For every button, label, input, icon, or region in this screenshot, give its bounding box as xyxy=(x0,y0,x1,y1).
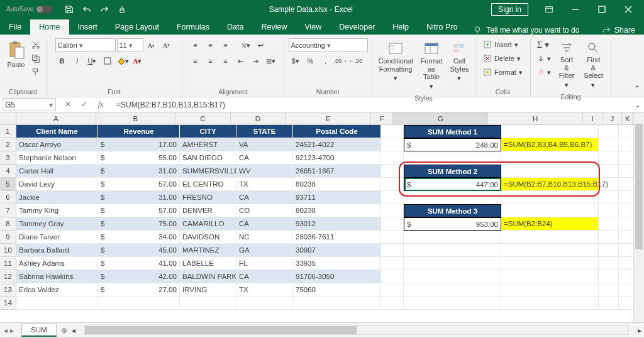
cell[interactable] xyxy=(599,217,619,231)
cell[interactable] xyxy=(381,257,404,270)
row-header[interactable]: 6 xyxy=(0,191,16,204)
cell[interactable] xyxy=(501,151,599,165)
tab-help[interactable]: Help xyxy=(384,19,418,35)
find-select-button[interactable]: Find & Select▾ xyxy=(580,38,607,92)
italic-button[interactable]: I xyxy=(70,54,84,68)
tab-data[interactable]: Data xyxy=(218,19,252,35)
minimize-icon[interactable] xyxy=(562,0,589,18)
cell[interactable] xyxy=(381,204,404,217)
cell[interactable]: WV xyxy=(236,165,293,178)
shrink-font-icon[interactable]: A▾ xyxy=(160,38,174,52)
cell[interactable]: Diane Tarver xyxy=(16,231,98,244)
spreadsheet-grid[interactable]: ABCDEFGHIJK 1234567891011121314 Client N… xyxy=(0,112,644,322)
redo-icon[interactable] xyxy=(96,0,113,18)
cell[interactable]: BALDWIN PARK xyxy=(180,270,236,283)
cell[interactable] xyxy=(381,125,404,138)
cell[interactable]: DENVER xyxy=(180,204,236,217)
signin-button[interactable]: Sign in xyxy=(491,3,528,16)
cell[interactable]: Ashley Adams xyxy=(16,257,98,270)
comma-format-icon[interactable]: , xyxy=(319,54,333,68)
column-header[interactable]: I xyxy=(583,112,602,125)
maximize-icon[interactable] xyxy=(589,0,615,18)
cell[interactable] xyxy=(501,165,599,178)
column-header[interactable]: F xyxy=(371,112,393,125)
cell[interactable]: SUM Method 3 xyxy=(404,204,501,217)
cell[interactable]: SUM Method 2 xyxy=(404,165,501,178)
cell[interactable]: DAVIDSON xyxy=(180,231,236,244)
cell[interactable]: David Levy xyxy=(16,178,98,191)
cell[interactable] xyxy=(501,297,599,310)
cell[interactable]: CA xyxy=(236,191,293,204)
cell[interactable] xyxy=(501,283,599,297)
cell[interactable] xyxy=(599,257,619,270)
cell[interactable] xyxy=(404,191,501,204)
column-header[interactable]: E xyxy=(286,112,371,125)
tab-nitro-pro[interactable]: Nitro Pro xyxy=(418,19,466,35)
cell[interactable]: $27.00 xyxy=(98,283,180,297)
font-size-combo[interactable]: 11▾ xyxy=(117,38,143,52)
row-header[interactable]: 2 xyxy=(0,138,16,151)
cell[interactable] xyxy=(381,217,404,231)
tab-developer[interactable]: Developer xyxy=(330,19,384,35)
cell[interactable] xyxy=(381,283,404,297)
cell[interactable]: Carter Hall xyxy=(16,165,98,178)
align-top-icon[interactable]: ≡ xyxy=(189,38,203,52)
cell[interactable] xyxy=(404,151,501,165)
align-middle-icon[interactable]: ≡ xyxy=(204,38,218,52)
cut-icon[interactable] xyxy=(29,38,43,51)
cell[interactable] xyxy=(599,151,619,165)
cell[interactable]: Sabrina Hawkins xyxy=(16,270,98,283)
cell[interactable]: NC xyxy=(236,231,293,244)
wrap-text-icon[interactable]: ↩ xyxy=(254,38,268,52)
number-format-combo[interactable]: Accounting▾ xyxy=(289,38,368,52)
column-header[interactable]: H xyxy=(488,112,583,125)
cell[interactable]: Jackie xyxy=(16,191,98,204)
name-box[interactable]: G5▾ xyxy=(2,98,56,111)
row-header[interactable]: 4 xyxy=(0,165,16,178)
cell[interactable] xyxy=(381,165,404,178)
paste-button[interactable]: Paste xyxy=(3,38,28,79)
cell[interactable] xyxy=(501,257,599,270)
cell[interactable]: CITY xyxy=(180,125,236,138)
enter-formula-icon[interactable]: ✓ xyxy=(76,100,92,109)
cell[interactable]: $57.00 xyxy=(98,178,180,191)
select-all-corner[interactable] xyxy=(0,112,16,125)
cell[interactable]: $31.00 xyxy=(98,165,180,178)
tab-file[interactable]: File xyxy=(0,19,30,35)
cell[interactable]: CO xyxy=(236,204,293,217)
cell[interactable]: FRESNO xyxy=(180,191,236,204)
cell[interactable] xyxy=(180,297,236,310)
cell[interactable]: $42.00 xyxy=(98,270,180,283)
cell[interactable]: $248.00 xyxy=(404,138,501,151)
touch-mode-icon[interactable] xyxy=(114,0,130,18)
cell[interactable]: =SUM(B2:B24) xyxy=(501,217,599,231)
align-bottom-icon[interactable]: ≡ xyxy=(219,38,233,52)
cell[interactable] xyxy=(501,231,599,244)
cell[interactable]: LABELLE xyxy=(180,257,236,270)
sheet-nav-prev-icon[interactable]: ◂ xyxy=(4,326,8,335)
cell[interactable] xyxy=(16,297,98,310)
cell[interactable] xyxy=(236,297,293,310)
fill-color-button[interactable]: ▾ xyxy=(116,54,130,68)
cell[interactable]: MARTINEZ xyxy=(180,244,236,257)
cell[interactable]: GA xyxy=(236,244,293,257)
cell[interactable]: 91706-3050 xyxy=(293,270,381,283)
share-button[interactable]: Share xyxy=(602,26,644,35)
cell[interactable] xyxy=(599,231,619,244)
cell[interactable]: TX xyxy=(236,283,293,297)
percent-format-icon[interactable]: % xyxy=(304,54,318,68)
cell[interactable] xyxy=(404,270,501,283)
sheet-tab-active[interactable]: SUM xyxy=(21,324,57,337)
cell[interactable] xyxy=(599,165,619,178)
accounting-format-icon[interactable]: $▾ xyxy=(289,54,303,68)
cell[interactable]: =SUM(B2,B3,B4,B5,B6,B7) xyxy=(501,138,599,151)
cell[interactable]: Oscar Arroyo xyxy=(16,138,98,151)
row-header[interactable]: 10 xyxy=(0,244,16,257)
horizontal-scrollbar[interactable]: ◂▸ xyxy=(72,325,644,335)
cell[interactable] xyxy=(404,283,501,297)
cell[interactable]: 75060 xyxy=(293,283,381,297)
row-header[interactable]: 7 xyxy=(0,204,16,217)
cell[interactable] xyxy=(381,178,404,191)
column-header[interactable]: G xyxy=(393,112,488,125)
underline-button[interactable]: U ▾ xyxy=(86,54,99,68)
